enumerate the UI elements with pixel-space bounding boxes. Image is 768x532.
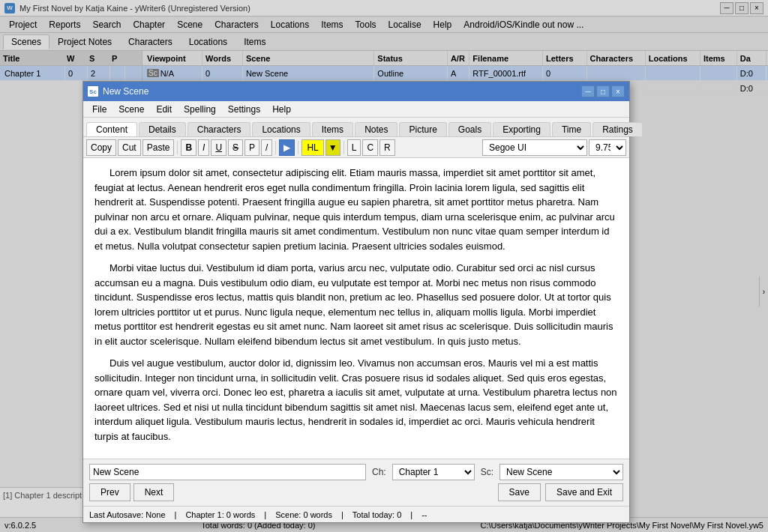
chapter-label: Ch: [372, 467, 386, 477]
navigation-buttons: Prev Next [89, 483, 174, 501]
prev-button[interactable]: Prev [89, 483, 130, 501]
modal-title-text: Sc New Scene [88, 86, 148, 97]
new-scene-dialog: Sc New Scene ─ □ × File Scene Edit Spell… [82, 81, 630, 523]
editor-content: Lorem ipsum dolor sit amet, consectetur … [94, 166, 618, 444]
modal-status-bar: Last Autosave: None | Chapter 1: 0 words… [83, 506, 629, 522]
scene-dropdown[interactable]: New Scene [500, 464, 623, 480]
modal-maximize-btn[interactable]: □ [596, 85, 610, 97]
next-button[interactable]: Next [134, 483, 175, 501]
modal-menu-bar: File Scene Edit Spelling Settings Help [83, 101, 629, 118]
toolbar-separator-1 [177, 141, 178, 154]
save-exit-button[interactable]: Save and Exit [545, 483, 623, 501]
toolbar-separator-3 [298, 141, 298, 154]
modal-tab-content[interactable]: Content [86, 122, 137, 136]
modal-menu-help[interactable]: Help [266, 103, 297, 116]
slash-button[interactable]: / [261, 139, 272, 156]
align-left-button[interactable]: L [347, 139, 362, 156]
scene-editor[interactable]: Lorem ipsum dolor sit amet, consectetur … [83, 158, 629, 459]
modal-title: New Scene [103, 86, 148, 97]
paragraph-1: Lorem ipsum dolor sit amet, consectetur … [94, 166, 618, 253]
modal-tabs: Content Details Characters Locations Ite… [83, 118, 629, 137]
paragraph-2: Morbi vitae luctus dui. Vestibulum id di… [94, 261, 618, 348]
footer-row-1: Ch: Chapter 1 Sc: New Scene [89, 464, 623, 480]
modal-tab-picture[interactable]: Picture [399, 122, 446, 136]
align-center-button[interactable]: C [362, 139, 378, 156]
copy-button[interactable]: Copy [86, 139, 116, 156]
modal-tab-exporting[interactable]: Exporting [493, 122, 550, 136]
scene-name-input[interactable] [89, 464, 366, 480]
italic-button[interactable]: I [198, 139, 209, 156]
modal-close-btn[interactable]: × [611, 85, 625, 97]
total-today-status: Total today: 0 [352, 510, 401, 519]
separator-4: | [410, 510, 412, 519]
modal-menu-edit[interactable]: Edit [150, 103, 178, 116]
cut-button[interactable]: Cut [118, 139, 141, 156]
align-right-button[interactable]: R [380, 139, 395, 156]
highlight-arrow-button[interactable]: ▼ [326, 139, 340, 156]
paragraph-button[interactable]: P [244, 139, 260, 156]
modal-menu-scene[interactable]: Scene [112, 103, 150, 116]
modal-menu-settings[interactable]: Settings [222, 103, 266, 116]
autosave-status: Last Autosave: None [89, 510, 166, 519]
chapter-dropdown[interactable]: Chapter 1 [392, 464, 475, 480]
modal-tab-items[interactable]: Items [312, 122, 353, 136]
highlight-button[interactable]: HL [302, 139, 323, 156]
play-button[interactable]: ▶ [279, 139, 295, 156]
separator-3: | [341, 510, 344, 519]
action-buttons: Save Save and Exit [498, 483, 623, 501]
paste-button[interactable]: Paste [142, 139, 175, 156]
modal-minimize-btn[interactable]: ─ [581, 85, 595, 97]
modal-footer: Ch: Chapter 1 Sc: New Scene Prev Next Sa… [83, 459, 629, 506]
font-name-select[interactable]: Segoe UI [482, 139, 587, 156]
modal-menu-file[interactable]: File [86, 103, 112, 116]
save-button[interactable]: Save [498, 483, 541, 501]
modal-window-controls: ─ □ × [581, 85, 625, 97]
font-size-select[interactable]: 9.75 [589, 139, 626, 156]
modal-tab-characters[interactable]: Characters [188, 122, 251, 136]
modal-tab-time[interactable]: Time [552, 122, 591, 136]
toolbar-separator-2 [275, 141, 276, 154]
modal-tab-notes[interactable]: Notes [355, 122, 398, 136]
modal-tab-locations[interactable]: Locations [252, 122, 310, 136]
scene-words-status: Scene: 0 words [275, 510, 332, 519]
footer-row-2: Prev Next Save Save and Exit [89, 483, 623, 501]
extra-status: -- [422, 510, 427, 519]
modal-overlay: Sc New Scene ─ □ × File Scene Edit Spell… [0, 0, 768, 532]
strikethrough-button[interactable]: S [228, 139, 243, 156]
separator-2: | [264, 510, 266, 519]
toolbar-separator-4 [344, 141, 344, 154]
chapter-words-status: Chapter 1: 0 words [185, 510, 255, 519]
paragraph-3: Duis vel augue vestibulum, auctor dolor … [94, 356, 618, 444]
modal-icon: Sc [88, 86, 98, 97]
modal-tab-ratings[interactable]: Ratings [592, 122, 643, 136]
bold-button[interactable]: B [181, 139, 196, 156]
modal-title-bar: Sc New Scene ─ □ × [83, 82, 629, 101]
separator-1: | [175, 510, 177, 519]
modal-tab-goals[interactable]: Goals [448, 122, 491, 136]
modal-editor-toolbar: Copy Cut Paste B I U S P / ▶ HL ▼ L C R … [83, 137, 629, 158]
modal-menu-spelling[interactable]: Spelling [178, 103, 222, 116]
scene-label: Sc: [481, 467, 494, 477]
underline-button[interactable]: U [211, 139, 226, 156]
modal-tab-details[interactable]: Details [139, 122, 186, 136]
